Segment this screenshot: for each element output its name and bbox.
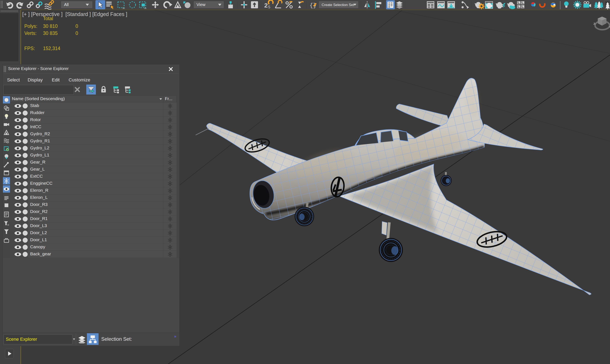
svg-text:View: View xyxy=(197,2,206,7)
svg-text:All: All xyxy=(64,2,69,7)
svg-text:Create Selection Set: Create Selection Set xyxy=(322,3,354,7)
svg-text:2: 2 xyxy=(264,2,268,9)
svg-text:5: 5 xyxy=(268,5,270,9)
